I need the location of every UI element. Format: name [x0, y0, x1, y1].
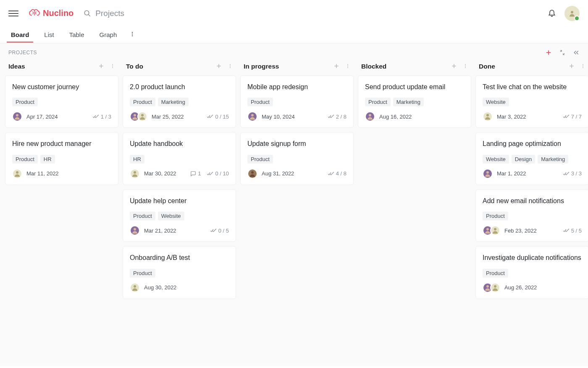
card-date: Aug 26, 2022 — [504, 284, 537, 291]
column-menu-button[interactable] — [463, 63, 468, 70]
card-title: Test live chat on the website — [483, 82, 582, 92]
task-card[interactable]: 2.0 product launch ProductMarketing Mar … — [123, 75, 236, 128]
card-title: Send product update email — [365, 82, 464, 92]
dots-vertical-icon — [129, 31, 135, 37]
column-header: To do — [123, 60, 236, 75]
svg-point-14 — [16, 171, 18, 174]
board-column: In progress Mobile app redesign Product … — [240, 60, 354, 358]
card-title: New customer journey — [12, 82, 111, 92]
card-assignees — [247, 111, 260, 122]
bell-icon — [548, 8, 556, 17]
tab-graph[interactable]: Graph — [97, 27, 120, 42]
tag: HR — [40, 155, 55, 164]
task-card[interactable]: Mobile app redesign Product May 10, 2024… — [240, 75, 354, 128]
double-check-icon — [210, 228, 217, 233]
tag: Marketing — [158, 98, 189, 106]
checklist-progress: 0 / 10 — [207, 170, 229, 177]
tabs-more-button[interactable] — [129, 31, 135, 39]
column-cards: Test live chat on the website Website Ma… — [475, 75, 588, 299]
double-check-icon — [328, 171, 334, 177]
add-card-button[interactable] — [98, 63, 104, 70]
assignee-avatar — [483, 111, 493, 122]
task-card[interactable]: Hire new product manager ProductHR Mar 1… — [5, 132, 118, 185]
column-title: In progress — [244, 63, 279, 70]
collection-title: PROJECTS — [8, 50, 37, 56]
assignee-avatar — [137, 111, 147, 122]
tag: Website — [483, 98, 509, 106]
app-logo[interactable]: Nuclino — [29, 8, 74, 18]
add-card-button[interactable] — [333, 63, 339, 70]
column-header: In progress — [240, 60, 354, 75]
task-card[interactable]: Investigate duplicate notifications Prod… — [475, 246, 588, 299]
task-card[interactable]: Send product update email ProductMarketi… — [358, 75, 471, 128]
svg-point-17 — [230, 64, 231, 65]
svg-point-21 — [141, 114, 144, 116]
column-menu-button[interactable] — [580, 63, 585, 70]
svg-point-10 — [112, 64, 113, 65]
task-card[interactable]: Update help center ProductWebsite Mar 21… — [123, 189, 236, 242]
card-title: Landing page optimization — [483, 139, 582, 148]
tab-list[interactable]: List — [42, 27, 56, 42]
svg-point-28 — [347, 66, 348, 66]
compact-view-button[interactable] — [559, 50, 565, 56]
checklist-progress: 5 / 5 — [563, 228, 582, 234]
add-card-button[interactable] — [451, 63, 457, 70]
assignee-avatar — [247, 111, 257, 122]
chevron-double-left-icon — [573, 49, 580, 56]
board-column: Ideas New customer journey Product Apr 1… — [5, 60, 118, 358]
svg-point-45 — [486, 228, 489, 230]
column-menu-button[interactable] — [228, 63, 233, 70]
svg-point-20 — [134, 114, 136, 116]
add-item-button[interactable] — [545, 49, 552, 56]
card-tags: WebsiteDesignMarketing — [483, 155, 582, 164]
card-tags: Product — [247, 98, 346, 106]
dots-vertical-icon — [580, 63, 585, 69]
checklist-progress: 4 / 8 — [328, 170, 346, 177]
task-card[interactable]: New customer journey Product Apr 17, 202… — [5, 75, 118, 128]
svg-point-41 — [583, 66, 583, 66]
column-menu-button[interactable] — [345, 63, 350, 70]
card-title: Add new email notifications — [483, 196, 582, 206]
collapse-panel-button[interactable] — [573, 49, 580, 56]
task-card[interactable]: Add new email notifications Product Feb … — [475, 189, 588, 242]
add-card-button[interactable] — [216, 63, 222, 70]
double-check-icon — [563, 228, 570, 233]
tab-table[interactable]: Table — [67, 27, 87, 42]
card-tags: Website — [483, 98, 582, 106]
svg-point-42 — [583, 67, 583, 68]
tag: HR — [130, 155, 144, 164]
add-card-button[interactable] — [569, 63, 575, 70]
card-date: Mar 1, 2022 — [497, 170, 526, 177]
card-tags: Product — [483, 269, 582, 278]
card-tags: Product — [12, 98, 111, 106]
notifications-button[interactable] — [548, 8, 556, 19]
card-assignees — [247, 169, 260, 179]
tag: Product — [12, 98, 38, 106]
task-card[interactable]: Test live chat on the website Website Ma… — [475, 75, 588, 128]
dots-vertical-icon — [463, 63, 468, 69]
svg-point-36 — [465, 67, 466, 68]
dots-vertical-icon — [110, 63, 115, 69]
svg-point-34 — [465, 64, 466, 65]
search-input[interactable]: Projects — [84, 9, 124, 18]
double-check-icon — [328, 114, 334, 119]
checklist-progress: 0 / 5 — [210, 228, 229, 234]
plus-icon — [216, 63, 222, 69]
task-card[interactable]: Onboarding A/B test Product Aug 30, 2022 — [123, 246, 236, 299]
tab-board[interactable]: Board — [8, 27, 32, 42]
tag: Product — [483, 269, 508, 278]
user-avatar[interactable] — [564, 6, 580, 21]
task-card[interactable]: Update signup form Product Aug 31, 2022 … — [240, 132, 354, 185]
card-title: Onboarding A/B test — [130, 253, 229, 262]
column-cards: Mobile app redesign Product May 10, 2024… — [240, 75, 354, 185]
assignee-avatar — [490, 225, 500, 236]
column-menu-button[interactable] — [110, 63, 115, 70]
svg-point-35 — [465, 66, 466, 66]
card-assignees — [130, 283, 142, 293]
card-tags: ProductMarketing — [365, 98, 464, 106]
double-check-icon — [563, 171, 570, 177]
menu-toggle-icon[interactable] — [8, 8, 18, 19]
task-card[interactable]: Update handbook HR Mar 30, 2022 1 0 / 10 — [123, 132, 236, 185]
svg-point-47 — [486, 285, 489, 288]
task-card[interactable]: Landing page optimization WebsiteDesignM… — [475, 132, 588, 185]
